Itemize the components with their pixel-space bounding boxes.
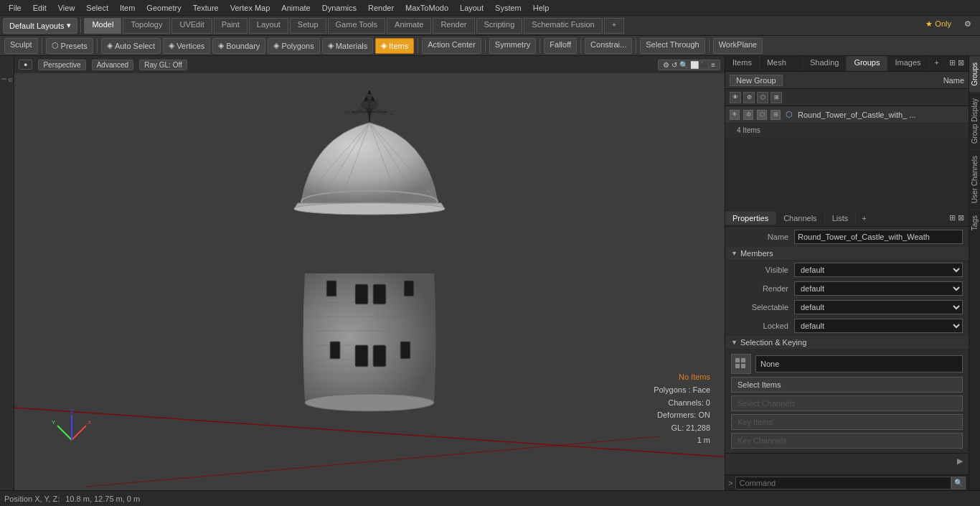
vtab-group-display[interactable]: Group Display — [969, 92, 980, 149]
presets-btn[interactable]: ⬡ Presets — [46, 38, 93, 54]
gear-icon[interactable]: ⚙ — [958, 18, 977, 34]
expand-arrow-row: ▶ — [725, 453, 969, 469]
new-group-btn[interactable]: New Group — [730, 75, 783, 86]
polygons-btn[interactable]: ◈ Polygons — [268, 38, 319, 54]
rp-tab-mesh[interactable]: Mesh ... — [760, 56, 803, 71]
menu-vertex-map[interactable]: Vertex Map — [225, 2, 276, 14]
rp-tab-groups[interactable]: Groups — [847, 56, 887, 71]
select-channels-btn[interactable]: Select Channels — [731, 395, 963, 411]
locked-label: Locked — [731, 322, 788, 330]
left-tool-1[interactable]: Sculpt — [0, 59, 14, 102]
visible-select[interactable]: default onoff — [794, 263, 963, 277]
tab-add[interactable]: + — [604, 18, 624, 34]
perspective-btn[interactable]: Perspective — [38, 60, 85, 70]
tab-model[interactable]: Model — [84, 18, 121, 34]
viewport-dot[interactable]: ● — [19, 60, 32, 70]
tab-scripting[interactable]: Scripting — [476, 18, 523, 34]
vtab-user-channels[interactable]: User Channels — [969, 149, 980, 209]
menu-view[interactable]: View — [52, 2, 81, 14]
layout-tab-default[interactable]: Default Layouts ▾ — [3, 18, 77, 34]
advanced-btn[interactable]: Advanced — [92, 60, 133, 70]
work-plane-btn[interactable]: WorkPlane — [713, 38, 763, 54]
select-through-btn[interactable]: Select Through — [640, 38, 705, 54]
prop-expand-icon[interactable]: ⊞ — [949, 213, 956, 222]
star-only-btn[interactable]: ★ Only — [920, 18, 957, 34]
rp-tab-items[interactable]: Items — [725, 56, 760, 71]
menu-animate[interactable]: Animate — [275, 2, 316, 14]
menu-render[interactable]: Render — [362, 2, 400, 14]
group-icon-4[interactable]: ⊞ — [771, 92, 782, 103]
group-item-icon2: ⚙ — [743, 110, 753, 120]
tab-render[interactable]: Render — [433, 18, 474, 34]
selectable-select[interactable]: default onoff — [794, 300, 963, 314]
select-items-btn[interactable]: Select Items — [731, 377, 963, 393]
vtab-groups[interactable]: Groups — [969, 56, 980, 92]
vtab-tags[interactable]: Tags — [969, 209, 980, 236]
prop-tab-channels[interactable]: Channels — [776, 212, 824, 225]
prop-name-input[interactable] — [794, 230, 963, 244]
constraints-btn[interactable]: Constrai... — [585, 38, 632, 54]
prop-tab-properties[interactable]: Properties — [725, 212, 776, 225]
ray-gl-btn[interactable]: Ray GL: Off — [139, 60, 187, 70]
boundary-btn[interactable]: ◈ Boundary — [212, 38, 265, 54]
action-center-btn[interactable]: Action Center — [422, 38, 481, 54]
tab-uvedit[interactable]: UVEdit — [171, 18, 212, 34]
no-items-label: No Items — [654, 371, 710, 384]
menu-texture[interactable]: Texture — [187, 2, 225, 14]
menu-help[interactable]: Help — [527, 2, 555, 14]
menu-edit[interactable]: Edit — [27, 2, 52, 14]
group-item[interactable]: 👁 ⚙ ⬡ ⊞ ⬡ Round_Tower_of_Castle_with_ ..… — [725, 106, 969, 123]
tab-layout[interactable]: Layout — [249, 18, 288, 34]
menu-system[interactable]: System — [489, 2, 527, 14]
items-btn[interactable]: ◈ Items — [375, 38, 414, 54]
svg-rect-42 — [735, 358, 740, 362]
members-header[interactable]: ▼ Members — [725, 247, 969, 261]
prop-tab-add[interactable]: + — [856, 212, 872, 225]
rp-expand-btn[interactable]: ⊞ ⊠ — [945, 56, 969, 71]
falloff-btn[interactable]: Falloff — [544, 38, 577, 54]
rp-tab-add[interactable]: + — [929, 56, 945, 71]
tab-game-tools[interactable]: Game Tools — [328, 18, 386, 34]
svg-rect-32 — [400, 341, 410, 358]
menu-bar: File Edit View Select Item Geometry Text… — [0, 0, 980, 16]
prop-tab-lists[interactable]: Lists — [825, 212, 857, 225]
expand-right-icon[interactable]: ▶ — [957, 456, 963, 466]
menu-max-to-modo[interactable]: MaxToModo — [400, 2, 454, 14]
group-item-eye-icon[interactable]: 👁 — [730, 110, 740, 120]
tab-setup[interactable]: Setup — [290, 18, 326, 34]
menu-item[interactable]: Item — [114, 2, 141, 14]
rp-tab-shading[interactable]: Shading — [803, 56, 847, 71]
tab-schematic-fusion[interactable]: Schematic Fusion — [524, 18, 602, 34]
viewport[interactable]: ● Perspective Advanced Ray GL: Off ⚙ ↺ 🔍… — [14, 56, 725, 490]
cmd-arrow-icon: > — [728, 479, 732, 487]
command-input[interactable] — [735, 477, 951, 489]
render-select[interactable]: default onoff — [794, 281, 963, 296]
materials-btn[interactable]: ◈ Materials — [322, 38, 374, 54]
prop-popout-icon[interactable]: ⊠ — [958, 213, 964, 222]
selection-keying-header[interactable]: ▼ Selection & Keying — [725, 335, 969, 350]
menu-dynamics[interactable]: Dynamics — [316, 2, 362, 14]
tab-animate[interactable]: Animate — [387, 18, 431, 34]
key-channels-btn[interactable]: Key Channels — [731, 433, 963, 449]
auto-select-btn[interactable]: ◈ Auto Select — [101, 38, 161, 54]
key-items-btn[interactable]: Key Items — [731, 414, 963, 430]
locked-select[interactable]: default onoff — [794, 319, 963, 333]
sculpt-btn[interactable]: Sculpt — [4, 38, 38, 54]
symmetry-btn[interactable]: Symmetry — [489, 38, 537, 54]
menu-select[interactable]: Select — [80, 2, 114, 14]
scale-status: 1 m — [654, 434, 710, 447]
tab-topology[interactable]: Topology — [123, 18, 170, 34]
vertices-btn[interactable]: ◈ Vertices — [163, 38, 210, 54]
group-icon-2[interactable]: ⚙ — [743, 92, 755, 103]
group-eye-icon[interactable]: 👁 — [730, 92, 741, 103]
rp-tab-images[interactable]: Images — [887, 56, 928, 71]
group-icon-3[interactable]: ⬡ — [757, 92, 768, 103]
tab-paint[interactable]: Paint — [214, 18, 248, 34]
cmd-search-icon[interactable]: 🔍 — [951, 477, 966, 489]
svg-rect-28 — [404, 280, 414, 296]
menu-file[interactable]: File — [3, 2, 27, 14]
menu-geometry[interactable]: Geometry — [141, 2, 187, 14]
viewport-controls[interactable]: ⚙ ↺ 🔍 ⬜ ⬛ ≡ — [658, 60, 720, 70]
vertical-tabs: Groups Group Display User Channels Tags — [969, 56, 980, 490]
menu-layout[interactable]: Layout — [454, 2, 489, 14]
